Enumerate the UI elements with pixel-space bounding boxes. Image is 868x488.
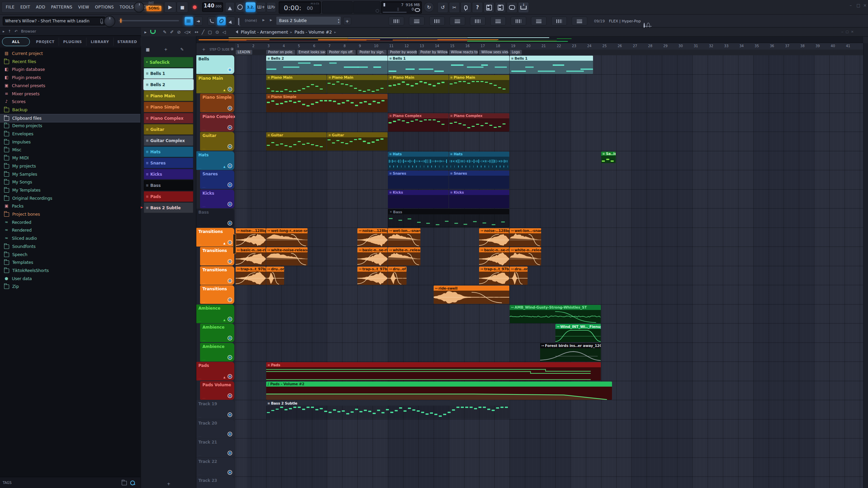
track-arm-button[interactable] xyxy=(228,182,232,187)
clip-header[interactable]: ≡Bells 2 xyxy=(266,56,388,61)
browser-item-impulses[interactable]: Impulses xyxy=(0,138,140,146)
track-arm-button[interactable] xyxy=(228,297,232,302)
track-arm-button[interactable] xyxy=(228,432,232,436)
clip-dru-or[interactable]: ↦dru..or xyxy=(266,267,284,285)
clip-header[interactable]: ↦white-noise-release xyxy=(266,247,308,252)
browser-item-project-bones[interactable]: Project bones xyxy=(0,210,140,218)
save-button[interactable] xyxy=(484,2,494,13)
clip-piano-main[interactable]: ≡Piano Main xyxy=(388,75,449,93)
clip-header[interactable]: ↦white-n..release xyxy=(510,247,541,252)
track-header-hats[interactable]: Hats…▲ xyxy=(196,151,234,170)
track-resize-grip[interactable]: … xyxy=(202,261,206,265)
multilink-playlist-button[interactable] xyxy=(184,17,193,25)
menu-add[interactable]: ADD xyxy=(36,5,45,9)
browser-item-plugin-presets[interactable]: ◧Plugin presets xyxy=(0,74,140,81)
track-lane-11[interactable]: ↦basic-n..se-riser↦white-noise-release↦b… xyxy=(235,247,863,266)
track-scrollbar-handle[interactable] xyxy=(233,234,236,254)
clip-header[interactable]: ↦basic-n..se-riser xyxy=(236,247,266,252)
clip-wet-lon-snare[interactable]: ↦wet-lon..-snare xyxy=(388,228,420,247)
loop-record-button[interactable]: Ш↻ xyxy=(267,2,276,12)
track-arm-button[interactable] xyxy=(228,451,232,455)
browser-item-soundfonts[interactable]: Soundfonts xyxy=(0,242,140,250)
track-lane-22[interactable] xyxy=(235,458,863,477)
timeline-marker[interactable]: Poster by Willow. xyxy=(418,50,448,55)
track-resize-grip[interactable]: … xyxy=(198,319,202,323)
clip-trap-s-t-97bpm[interactable]: ↦trap-s..t_97bpm xyxy=(236,267,266,285)
track-arm-button[interactable] xyxy=(228,202,232,207)
track-lane-15[interactable]: ↦Wind_INT_Wi.._Fienup_003 xyxy=(235,324,863,343)
play-button[interactable]: ▶ xyxy=(164,2,176,13)
clip-sa-ick[interactable]: ≡Sa..ick xyxy=(601,152,616,163)
delete-tool-icon[interactable]: ⊘ xyxy=(177,30,181,35)
track-resize-grip[interactable]: … xyxy=(198,166,202,169)
clip-noise-128bpm[interactable]: ↦noise-..128bpm xyxy=(236,228,266,247)
clip-basic-n-se-riser[interactable]: ↦basic-n..se-riser xyxy=(479,247,509,266)
track-header-track-21[interactable]: Track 21… xyxy=(196,438,234,457)
toggle-piano-roll-button[interactable] xyxy=(409,17,425,25)
clip-snares[interactable]: ≡Snares xyxy=(388,171,449,189)
master-volume-knob[interactable] xyxy=(134,2,144,13)
zoom-tool-icon[interactable]: ⊙ xyxy=(215,30,219,35)
feedback-button[interactable] xyxy=(507,2,517,13)
clip-forest-birds-ins-er-away-120308-03[interactable]: ↦Forest birds ins..er away_120308_03 xyxy=(540,343,601,362)
track-lane-6[interactable]: ≡Hats≡Hats≡Sa..ick xyxy=(235,151,863,171)
clip-header[interactable]: ≡Piano Simple xyxy=(266,94,388,99)
track-header-transitions[interactable]: Transitions…▲ xyxy=(196,228,234,247)
clip-header[interactable]: ↦trap-s..t_97bpm xyxy=(236,267,266,272)
clip-header[interactable]: ≡Piano Main xyxy=(388,75,449,80)
clip-bass-2-subtle[interactable]: ≡Bass 2 Subtle xyxy=(266,401,509,419)
browser-tab-project[interactable]: PROJECT xyxy=(32,38,59,46)
project-title-field[interactable]: Where's Willow? - Short Theme with Leadi… xyxy=(3,17,105,25)
playlist-breadcrumb[interactable]: Playlist - Arrangement xyxy=(241,30,288,35)
clip-header[interactable]: ↦basic-n..se-riser xyxy=(357,247,388,252)
clip-pads-volume-2[interactable]: ∫Pads - Volume #2 xyxy=(266,382,612,400)
clip-piano-main[interactable]: ≡Piano Main xyxy=(266,75,327,93)
picker-grid-icon[interactable]: ▦ xyxy=(146,47,150,52)
browser-item-backup[interactable]: Backup xyxy=(0,106,140,114)
browser-item-user-data[interactable]: ●User data xyxy=(0,275,140,282)
track-arm-button[interactable] xyxy=(228,317,232,321)
browser-tab-plugins[interactable]: PLUGINS xyxy=(59,38,86,46)
clip-guitar[interactable]: ≡Guitar xyxy=(266,132,327,151)
search-icon[interactable] xyxy=(130,481,135,485)
track-resize-grip[interactable]: … xyxy=(202,300,206,303)
pattern-bells-1[interactable]: ≡Bells 1 xyxy=(144,68,193,79)
track-header-guitar[interactable]: Guitar… xyxy=(200,132,234,151)
export-button[interactable] xyxy=(518,2,529,13)
clip-ride-swell[interactable]: ↦ride-swell xyxy=(434,286,510,304)
group-collapse-icon[interactable]: ▲ xyxy=(223,376,225,379)
clip-header[interactable]: ↦dru..of xyxy=(388,267,407,272)
window-maximize-button[interactable]: □ xyxy=(856,3,860,8)
help-button[interactable]: ? xyxy=(472,2,483,13)
menu-patterns[interactable]: PATTERNS xyxy=(51,5,72,9)
track-header-ambience[interactable]: Ambience… xyxy=(200,343,234,362)
browser-item-templates[interactable]: Templates xyxy=(0,258,140,266)
browser-item-scores[interactable]: ♪Scores xyxy=(0,98,140,105)
track-resize-grip[interactable]: … xyxy=(202,147,206,150)
clip-header[interactable]: ↦Forest birds ins..er away_120308_03 xyxy=(540,343,601,348)
browser-tab-library[interactable]: LIBRARY xyxy=(86,38,114,46)
clip-header[interactable]: ↦wet-lon..-snare xyxy=(388,228,420,233)
browser-collapse-icon[interactable]: ▸ xyxy=(3,29,5,34)
pattern-mode-label[interactable]: PAT xyxy=(149,1,154,5)
clip-piano-main[interactable]: ≡Piano Main xyxy=(449,75,510,93)
sync-button[interactable]: ↻ xyxy=(424,2,434,12)
clip-header[interactable]: ↦dru..or xyxy=(510,267,528,272)
track-resize-grip[interactable]: … xyxy=(202,281,206,284)
pattern-guitar-complex[interactable]: ≡Guitar Complex xyxy=(144,135,193,146)
group-collapse-icon[interactable]: ▲ xyxy=(223,242,225,245)
clip-kicks[interactable]: ≡Kicks xyxy=(449,190,510,208)
slide-toggle-icon[interactable] xyxy=(231,47,234,51)
clip-hats[interactable]: ≡Hats xyxy=(388,152,449,170)
clip-header[interactable]: ↦dru..or xyxy=(266,267,284,272)
toggle-shop-button[interactable] xyxy=(572,17,587,25)
track-lane-20[interactable] xyxy=(235,419,863,439)
clip-basic-n-se-riser[interactable]: ↦basic-n..se-riser xyxy=(357,247,388,266)
playlist-menu-arrow-icon[interactable]: ▸ xyxy=(144,30,147,35)
menu-tools[interactable]: TOOLS xyxy=(120,5,134,9)
pattern-guitar[interactable]: ≡Guitar xyxy=(144,124,193,135)
clip-header[interactable]: ≡Guitar xyxy=(327,132,388,137)
collection-folder-icon[interactable] xyxy=(122,481,127,485)
recording-button[interactable] xyxy=(460,2,471,13)
track-arm-button[interactable] xyxy=(228,278,232,283)
